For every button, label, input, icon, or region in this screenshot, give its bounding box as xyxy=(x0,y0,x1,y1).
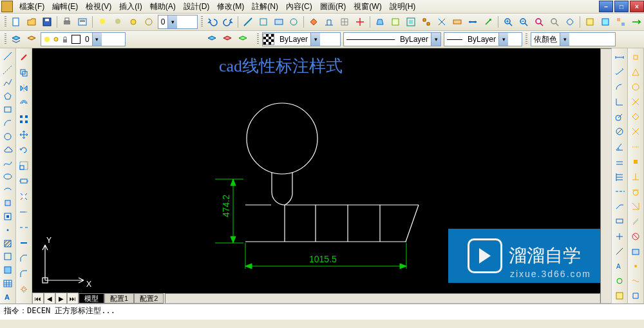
circle-tool[interactable] xyxy=(1,130,15,142)
snap-extension[interactable] xyxy=(629,140,643,153)
menu-modify[interactable]: 修改(M) xyxy=(213,0,248,14)
ellipse-arc-tool[interactable] xyxy=(1,184,15,196)
copy-tool[interactable] xyxy=(17,66,31,80)
mtext-tool[interactable]: A xyxy=(1,291,15,303)
open-button[interactable] xyxy=(24,15,39,29)
dim-center-tool[interactable] xyxy=(612,229,627,243)
preview-button[interactable] xyxy=(75,15,90,29)
tab-layout1[interactable]: 配置1 xyxy=(104,293,134,304)
region-tool[interactable] xyxy=(1,264,15,276)
toolbar-grip-icon[interactable] xyxy=(201,16,203,28)
tool-button[interactable] xyxy=(614,15,628,29)
tool-button[interactable] xyxy=(337,15,352,29)
snap-nearest[interactable] xyxy=(629,200,643,213)
snap-tangent[interactable] xyxy=(629,185,643,198)
color-dropdown[interactable]: ByLayer ▾ xyxy=(262,32,341,46)
menu-file[interactable]: 檔案(F) xyxy=(15,0,48,14)
layer-lock-icon[interactable] xyxy=(142,15,156,29)
zoom-extents-button[interactable] xyxy=(516,15,531,29)
snap-midpoint[interactable] xyxy=(629,65,643,79)
dim-aligned-tool[interactable] xyxy=(612,65,627,79)
tool-button[interactable] xyxy=(450,15,464,29)
tool-button[interactable] xyxy=(241,15,255,29)
dim-edit-tool[interactable] xyxy=(612,244,627,258)
snap-parallel[interactable] xyxy=(629,215,643,228)
dim-diameter-tool[interactable] xyxy=(612,125,627,139)
dim-angular-tool[interactable] xyxy=(612,140,627,153)
menu-content[interactable]: 內容(C) xyxy=(282,0,316,14)
xline-tool[interactable] xyxy=(1,64,15,76)
erase-tool[interactable] xyxy=(17,50,31,64)
spline-tool[interactable] xyxy=(1,157,15,169)
print-button[interactable] xyxy=(60,15,74,29)
linetype-dropdown[interactable]: ByLayer ▾ xyxy=(343,32,441,46)
snap-settings[interactable] xyxy=(629,244,643,258)
line-tool[interactable] xyxy=(1,50,15,63)
tool-button[interactable] xyxy=(307,15,321,29)
menu-insert[interactable]: 插入(I) xyxy=(115,0,146,14)
hatch-tool[interactable] xyxy=(1,237,15,249)
scale-tool[interactable] xyxy=(17,159,31,173)
layer-dropdown[interactable]: 0 ▾ xyxy=(41,32,126,46)
table-tool[interactable] xyxy=(1,277,15,289)
zoom-button[interactable] xyxy=(532,15,546,29)
toolbar-grip-icon[interactable] xyxy=(5,16,6,28)
snap-from[interactable] xyxy=(629,259,643,273)
tool-button[interactable] xyxy=(435,15,449,29)
snap-quadrant[interactable] xyxy=(629,110,643,124)
snap-perpendicular[interactable] xyxy=(629,169,643,183)
minimize-button[interactable]: – xyxy=(599,1,613,12)
dim-arc-tool[interactable] xyxy=(612,80,627,93)
polygon-tool[interactable] xyxy=(1,90,15,102)
close-button[interactable]: × xyxy=(630,1,644,12)
tool-button[interactable] xyxy=(419,15,433,29)
dim-style-tool[interactable] xyxy=(612,289,627,303)
explode-tool[interactable] xyxy=(17,282,31,296)
tab-last-button[interactable]: ⏭ xyxy=(67,293,79,304)
toolbar-grip-icon[interactable] xyxy=(5,34,6,45)
snap-node[interactable] xyxy=(629,95,643,109)
menu-drawing[interactable]: 圖面(R) xyxy=(316,0,350,14)
gradient-tool[interactable] xyxy=(1,251,15,263)
extend-tool[interactable] xyxy=(17,205,31,219)
layer-tool-button[interactable] xyxy=(205,32,219,46)
tool-button[interactable] xyxy=(353,15,367,29)
command-line[interactable]: 指令：DECEN 正方形标注型... xyxy=(0,304,644,320)
new-button[interactable] xyxy=(9,15,23,29)
dim-ordinate-tool[interactable] xyxy=(612,95,627,109)
menu-window[interactable]: 視窗(W) xyxy=(350,0,385,14)
insert-block-tool[interactable] xyxy=(1,197,15,209)
arc-tool[interactable] xyxy=(1,117,15,130)
mirror-tool[interactable] xyxy=(17,81,31,95)
vscrollbar[interactable] xyxy=(600,48,612,304)
redo-button[interactable] xyxy=(221,15,235,29)
toolbar-grip-icon[interactable] xyxy=(257,34,259,45)
menu-edit[interactable]: 編輯(E) xyxy=(48,0,82,14)
tool-button[interactable] xyxy=(256,15,270,29)
dim-radius-tool[interactable] xyxy=(612,110,627,124)
layer-state-button[interactable] xyxy=(24,32,39,46)
break-tool[interactable] xyxy=(17,220,31,235)
snap-none[interactable] xyxy=(629,229,643,243)
dim-linear-tool[interactable] xyxy=(612,50,627,64)
dim-leader-tool[interactable] xyxy=(612,200,627,213)
tool-button[interactable] xyxy=(287,15,301,29)
toolbar-grip-icon[interactable] xyxy=(526,34,527,45)
pan-button[interactable] xyxy=(563,15,577,29)
tool-button[interactable] xyxy=(388,15,402,29)
snap-endpoint[interactable] xyxy=(629,50,643,64)
tool-button[interactable] xyxy=(373,15,387,29)
menu-design[interactable]: 設計(D) xyxy=(180,0,214,14)
dim-tolerance-tool[interactable] xyxy=(612,215,627,228)
hscrollbar[interactable] xyxy=(165,293,600,304)
zoom-window-button[interactable] xyxy=(501,15,515,29)
tool-button[interactable] xyxy=(272,15,286,29)
join-tool[interactable] xyxy=(17,236,31,250)
chamfer-tool[interactable] xyxy=(17,251,31,265)
layer-bulb-off-icon[interactable] xyxy=(111,15,125,29)
layer-tool-button[interactable] xyxy=(236,32,250,46)
fillet-tool[interactable] xyxy=(17,267,31,281)
move-tool[interactable] xyxy=(17,128,31,142)
tab-next-button[interactable]: ▶ xyxy=(55,293,67,304)
tab-layout2[interactable]: 配置2 xyxy=(134,293,164,304)
